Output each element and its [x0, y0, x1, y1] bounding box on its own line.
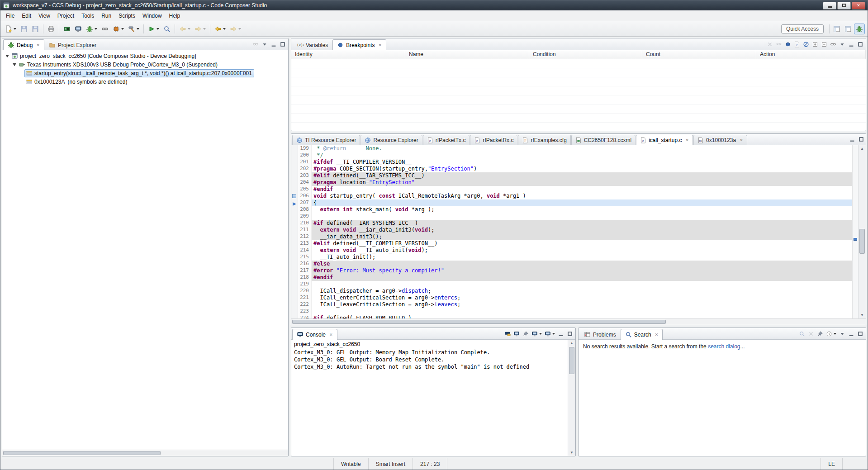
line-number[interactable]: 202: [298, 166, 311, 172]
debug-horizontal-scrollbar[interactable]: [2, 450, 288, 456]
tree-item[interactable]: project_zero_stack_cc2650 [Code Composer…: [10, 52, 199, 60]
tab-resource-explorer[interactable]: Resource Explorer: [360, 135, 422, 145]
console-vertical-scrollbar[interactable]: ▲ ▼: [568, 340, 575, 456]
minimize-button[interactable]: [848, 134, 857, 144]
line-number[interactable]: 219: [298, 281, 311, 288]
collapse-all-button[interactable]: [820, 39, 829, 49]
line-number-gutter[interactable]: 1992002012022032042052062072082092102112…: [298, 145, 312, 318]
expand-all-button[interactable]: [811, 39, 820, 49]
dropdown-arrow-icon[interactable]: [14, 28, 16, 30]
scrollbar-thumb[interactable]: [292, 320, 666, 324]
console-output[interactable]: Cortex_M3_0: GEL Output: Memory Map Init…: [294, 349, 573, 370]
debug-button[interactable]: [84, 24, 99, 34]
minimize-button[interactable]: [269, 39, 278, 49]
editor-vertical-scrollbar[interactable]: ▲ ▼: [858, 145, 866, 318]
print-button[interactable]: [46, 24, 57, 34]
line-number[interactable]: 222: [298, 301, 311, 308]
view-menu-button[interactable]: [838, 39, 847, 49]
dropdown-arrow-icon[interactable]: [552, 333, 555, 335]
search-history-button[interactable]: [825, 329, 838, 338]
close-tab-icon[interactable]: ✕: [329, 332, 333, 337]
new-target-configuration-button[interactable]: [62, 24, 72, 34]
code-line-201[interactable]: #ifdef __TI_COMPILER_VERSION__: [312, 159, 852, 166]
close-tab-icon[interactable]: ✕: [740, 138, 743, 142]
line-number[interactable]: 217: [298, 267, 311, 274]
breakpoints-table-body[interactable]: [291, 59, 866, 131]
skip-all-breakpoints-button[interactable]: [802, 39, 811, 49]
line-number[interactable]: 199: [298, 145, 311, 152]
view-menu-button[interactable]: [838, 329, 847, 338]
build-button[interactable]: [126, 24, 141, 34]
new-button[interactable]: [3, 24, 18, 34]
menu-help[interactable]: Help: [166, 11, 184, 20]
code-line-216[interactable]: #else: [312, 261, 852, 267]
code-line-208[interactable]: extern int stack_main( void *arg );: [312, 206, 852, 213]
line-number[interactable]: 212: [298, 233, 311, 240]
debug-tree-row[interactable]: Texas Instruments XDS100v3 USB Debug Pro…: [2, 60, 288, 69]
ccs-debug-perspective-button[interactable]: [854, 24, 865, 34]
debug-tree-row[interactable]: project_zero_stack_cc2650 [Code Composer…: [2, 52, 288, 60]
code-line-211[interactable]: extern void __iar_data_init3(void);: [312, 227, 852, 233]
code-line-224[interactable]: #if defined( FLASH_ROM_BUILD ): [312, 315, 852, 318]
ccs-edit-perspective-button[interactable]: [843, 24, 854, 34]
line-number[interactable]: 209: [298, 213, 311, 220]
line-number[interactable]: 214: [298, 247, 311, 254]
minimize-window-button[interactable]: [823, 2, 836, 9]
line-number[interactable]: 223: [298, 308, 311, 315]
code-line-206[interactable]: void startup_entry( const ICall_RemoteTa…: [312, 193, 852, 199]
line-number[interactable]: 215: [298, 254, 311, 261]
column-header-name[interactable]: Name: [405, 50, 529, 59]
dropdown-arrow-icon[interactable]: [157, 28, 159, 30]
marker-bar[interactable]: [291, 145, 298, 318]
scroll-up-icon[interactable]: ▲: [568, 340, 575, 347]
code-line-213[interactable]: #elif defined(__TI_COMPILER_VERSION__): [312, 240, 852, 247]
line-number[interactable]: 208: [298, 206, 311, 213]
minimize-button[interactable]: [847, 329, 856, 338]
dropdown-arrow-icon[interactable]: [203, 28, 206, 30]
tab-0x1000123a[interactable]: 0x1000123a✕: [693, 135, 747, 145]
menu-scripts[interactable]: Scripts: [115, 11, 139, 20]
connect-target-button[interactable]: [100, 24, 110, 34]
code-line-222[interactable]: ICall_leaveCriticalSection = arg0->leave…: [312, 301, 852, 308]
line-number[interactable]: 221: [298, 294, 311, 301]
code-line-223[interactable]: [312, 308, 852, 315]
dropdown-arrow-icon[interactable]: [121, 28, 124, 30]
line-number[interactable]: 216: [298, 261, 311, 267]
dropdown-arrow-icon[interactable]: [238, 28, 241, 30]
code-line-220[interactable]: ICall_dispatcher = arg0->dispatch;: [312, 288, 852, 294]
tab-debug[interactable]: Debug✕: [3, 39, 44, 50]
line-number[interactable]: 203: [298, 172, 311, 179]
tab-cc2650f128-ccxml[interactable]: CC2650F128.ccxml: [571, 135, 636, 145]
scroll-down-icon[interactable]: ▼: [568, 449, 575, 456]
code-area[interactable]: * @return None. */#ifdef __TI_COMPILER_V…: [312, 145, 852, 318]
tab-icall-startup-c[interactable]: icall_startup.c✕: [636, 135, 693, 145]
tab-project-explorer[interactable]: Project Explorer: [44, 39, 101, 50]
menu-project[interactable]: Project: [54, 11, 78, 20]
maximize-button[interactable]: [856, 329, 865, 338]
back-button[interactable]: [213, 24, 228, 34]
tree-item[interactable]: 0x1000123A (no symbols are defined): [24, 78, 129, 86]
title-bar[interactable]: workspace_v7 - CCS Debug - project_zero_…: [0, 0, 868, 10]
dropdown-arrow-icon[interactable]: [223, 28, 226, 30]
tab-problems[interactable]: Problems: [579, 329, 621, 340]
run-external-tools-button[interactable]: [146, 24, 161, 34]
show-console-on-output-button[interactable]: [512, 329, 521, 338]
dropdown-arrow-icon[interactable]: [188, 28, 190, 30]
line-number[interactable]: 206: [298, 193, 311, 199]
maximize-button[interactable]: [565, 329, 574, 338]
close-tab-icon[interactable]: ✕: [36, 43, 40, 47]
dropdown-arrow-icon[interactable]: [834, 333, 836, 335]
dropdown-arrow-icon[interactable]: [95, 28, 97, 30]
quick-access-button[interactable]: Quick Access: [781, 24, 824, 33]
code-line-212[interactable]: __iar_data_init3();: [312, 233, 852, 240]
scrollbar-thumb[interactable]: [859, 229, 865, 254]
pin-search-view-button[interactable]: [816, 329, 825, 338]
debug-tree-row[interactable]: startup_entry(struct _icall_remote_task_…: [2, 69, 288, 77]
line-number[interactable]: 200: [298, 152, 311, 159]
menu-file[interactable]: File: [2, 11, 18, 20]
menu-view[interactable]: View: [35, 11, 54, 20]
clear-console-button[interactable]: [503, 329, 512, 338]
line-number[interactable]: 207: [298, 199, 311, 206]
code-line-219[interactable]: [312, 281, 852, 288]
line-number[interactable]: 213: [298, 240, 311, 247]
